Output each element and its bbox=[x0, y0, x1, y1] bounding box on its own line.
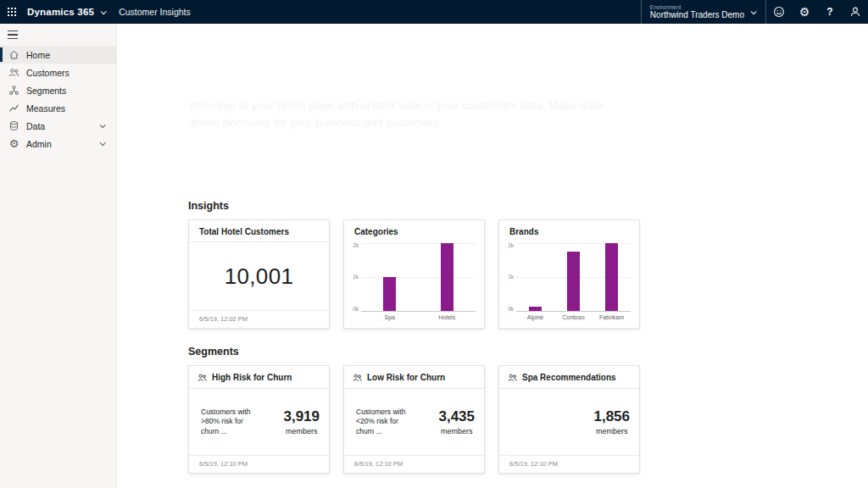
sidebar-item-home[interactable]: Home bbox=[0, 46, 116, 64]
categories-bar-chart: 2k1k0kSpaHotels bbox=[344, 241, 484, 328]
card-timestamp: 6/5/19, 12:10 PM bbox=[189, 455, 329, 473]
chart-card-brands[interactable]: Brands 2k1k0kAlpineContosoFabrikam bbox=[498, 219, 640, 329]
sidebar-item-label: Home bbox=[26, 50, 50, 60]
chevron-down-icon[interactable] bbox=[101, 8, 107, 14]
chevron-down-icon bbox=[751, 8, 757, 14]
settings-button[interactable]: ⚙ bbox=[792, 0, 817, 24]
segment-member-count: 1,856 bbox=[593, 408, 630, 425]
home-content: Insights Total Hotel Customers 10,001 6/… bbox=[117, 188, 868, 488]
sidebar-item-label: Measures bbox=[26, 103, 65, 114]
card-timestamp: 6/5/19, 12:10 PM bbox=[499, 455, 639, 473]
environment-value: Northwind Traders Demo bbox=[650, 10, 744, 20]
members-label: members bbox=[283, 427, 320, 435]
waffle-icon bbox=[8, 8, 16, 16]
segments-cards-row: High Risk for Churn Customers with >80% … bbox=[188, 365, 868, 474]
measures-icon bbox=[8, 103, 19, 114]
chevron-down-icon bbox=[100, 122, 106, 128]
nav-collapse-button[interactable] bbox=[0, 24, 24, 46]
environment-label: Environment bbox=[650, 4, 744, 10]
customers-icon bbox=[8, 67, 19, 78]
app-launcher-button[interactable] bbox=[0, 0, 24, 24]
sidebar-item-label: Admin bbox=[26, 139, 52, 149]
insights-cards-row: Total Hotel Customers 10,001 6/5/19, 12:… bbox=[188, 219, 868, 329]
kpi-card-total-hotel-customers[interactable]: Total Hotel Customers 10,001 6/5/19, 12:… bbox=[188, 219, 330, 329]
help-icon: ? bbox=[826, 6, 832, 18]
feedback-button[interactable] bbox=[766, 0, 792, 24]
help-button[interactable]: ? bbox=[817, 0, 843, 24]
chevron-down-icon bbox=[100, 140, 106, 146]
sidebar-item-label: Customers bbox=[26, 68, 70, 78]
app-name: Customer Insights bbox=[119, 7, 191, 17]
person-icon bbox=[849, 6, 861, 18]
card-title: Brands bbox=[499, 220, 639, 241]
brand-title: Dynamics 365 bbox=[27, 7, 94, 17]
segment-card-high-risk[interactable]: High Risk for Churn Customers with >80% … bbox=[188, 365, 330, 474]
kpi-value: 10,001 bbox=[225, 263, 293, 290]
left-navigation: Home Customers Segments Measures bbox=[0, 24, 117, 488]
environment-picker[interactable]: Environment Northwind Traders Demo bbox=[641, 0, 766, 24]
segment-icon bbox=[353, 373, 362, 382]
members-label: members bbox=[438, 427, 475, 435]
gear-icon: ⚙ bbox=[799, 6, 810, 18]
segments-heading: Segments bbox=[188, 346, 868, 358]
brands-bar-chart: 2k1k0kAlpineContosoFabrikam bbox=[499, 241, 639, 328]
segment-card-spa-recommendations[interactable]: Spa Recommendations 1,856 members 6/5/19… bbox=[498, 365, 640, 474]
card-title: Categories bbox=[344, 220, 484, 241]
segment-description: Customers with >80% risk for churn ... bbox=[201, 408, 259, 435]
database-icon bbox=[8, 120, 19, 131]
sidebar-item-customers[interactable]: Customers bbox=[0, 64, 116, 81]
card-timestamp: 6/5/19, 12:10 PM bbox=[344, 455, 484, 473]
account-button[interactable] bbox=[843, 0, 868, 24]
top-app-bar: Dynamics 365 Customer Insights Environme… bbox=[0, 0, 868, 24]
segment-member-count: 3,435 bbox=[438, 408, 475, 425]
sidebar-item-admin[interactable]: ⚙ Admin bbox=[0, 135, 116, 152]
members-label: members bbox=[593, 427, 630, 435]
segment-title: Low Risk for Churn bbox=[367, 373, 445, 382]
sidebar-item-data[interactable]: Data bbox=[0, 117, 116, 135]
sidebar-item-segments[interactable]: Segments bbox=[0, 81, 116, 99]
sidebar-item-label: Segments bbox=[26, 86, 66, 96]
home-icon bbox=[8, 49, 19, 60]
card-timestamp: 6/5/19, 12:02 PM bbox=[189, 310, 329, 328]
segment-member-count: 3,919 bbox=[283, 408, 320, 425]
card-title: Total Hotel Customers bbox=[189, 220, 329, 242]
segment-title: Spa Recommendations bbox=[522, 373, 616, 382]
sidebar-item-measures[interactable]: Measures bbox=[0, 99, 116, 117]
segment-icon bbox=[198, 373, 207, 382]
welcome-message: Welcome to your home page with unified v… bbox=[188, 97, 631, 130]
hero-banner: Good morning, Veronica Welcome to your h… bbox=[117, 24, 868, 188]
segment-description: Customers with <20% risk for churn ... bbox=[356, 408, 414, 435]
greeting-title: Good morning, Veronica bbox=[188, 68, 646, 83]
sidebar-item-label: Data bbox=[26, 121, 45, 131]
chart-card-categories[interactable]: Categories 2k1k0kSpaHotels bbox=[343, 219, 485, 329]
segment-icon bbox=[508, 373, 517, 382]
segment-title: High Risk for Churn bbox=[212, 373, 292, 382]
segment-card-low-risk[interactable]: Low Risk for Churn Customers with <20% r… bbox=[343, 365, 485, 474]
smiley-icon bbox=[773, 6, 785, 18]
insights-heading: Insights bbox=[188, 200, 868, 212]
gear-icon: ⚙ bbox=[8, 138, 19, 149]
segments-icon bbox=[8, 85, 19, 96]
